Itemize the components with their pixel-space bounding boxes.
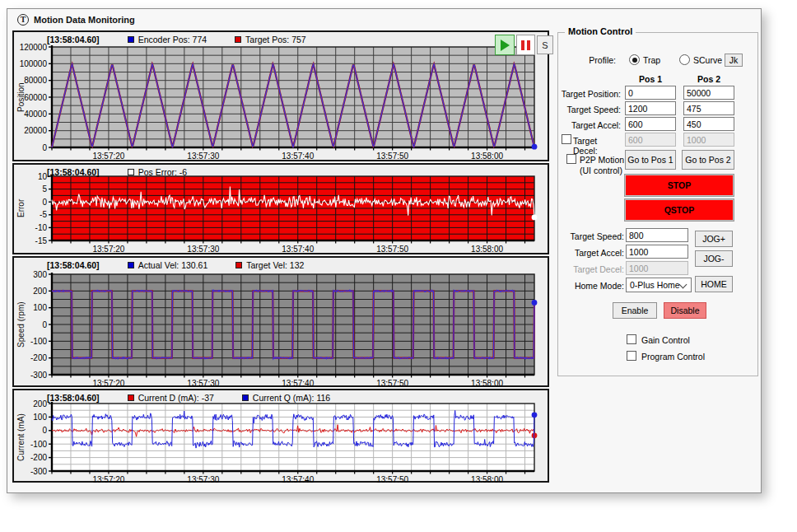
svg-text:200: 200 [33, 399, 47, 408]
svg-text:13:57:40: 13:57:40 [282, 245, 314, 254]
svg-text:13:57:20: 13:57:20 [92, 475, 124, 483]
svg-text:5: 5 [42, 184, 47, 194]
p2p-motion-checkbox[interactable] [566, 154, 576, 164]
svg-text:0: 0 [42, 143, 47, 152]
goto-pos1-button[interactable]: Go to Pos 1 [625, 150, 676, 170]
target-position-pos2-input[interactable] [683, 86, 734, 100]
legend-swatch-icon [235, 36, 241, 43]
legend-item: Target Vel: 132 [235, 260, 304, 270]
app-icon: T [17, 14, 29, 26]
p2p-motion-sublabel: (UI control) [580, 166, 629, 175]
play-button[interactable] [495, 35, 515, 55]
profile-scurve-label: SCurve [693, 55, 722, 65]
position-chart-plot: 12000010000080000600004000020000013:57:2… [14, 32, 548, 161]
error-chart-header: [13:58:04.60] Pos Error: -6 [47, 166, 187, 178]
svg-text:13:57:20: 13:57:20 [92, 379, 124, 387]
svg-text:13:58:00: 13:58:00 [471, 475, 503, 483]
legend-label: Pos Error: -6 [138, 167, 188, 177]
stop-button[interactable]: STOP [625, 175, 734, 196]
speed-chart-plot: 3002001000-100-200-30013:57:2013:57:3013… [14, 258, 548, 387]
svg-text:100000: 100000 [20, 59, 48, 68]
chart-timestamp: [13:58:04.60] [47, 167, 100, 177]
current-chart-panel: [13:58:04.60] Current D (mA): -37Current… [12, 389, 549, 483]
home-mode-value: 0-Plus Home [630, 280, 680, 290]
svg-text:300: 300 [33, 270, 47, 279]
target-decel-checkbox[interactable] [562, 134, 571, 144]
motion-control-title: Motion Control [565, 26, 636, 36]
chevron-down-icon [679, 281, 687, 289]
target-position-label: Target Position: [560, 89, 621, 99]
program-control-label: Program Control [641, 352, 732, 362]
svg-text:60000: 60000 [24, 93, 47, 102]
jog-minus-button[interactable]: JOG- [695, 250, 733, 267]
svg-text:-200: -200 [30, 353, 47, 362]
pause-icon [521, 40, 524, 50]
profile-label: Profile: [563, 55, 616, 65]
legend-label: Target Vel: 132 [246, 260, 304, 270]
program-control-checkbox[interactable] [627, 351, 636, 361]
chart-timestamp: [13:58:04.60] [47, 260, 100, 270]
target-decel-label: Target Decel: [573, 136, 621, 156]
legend-swatch-icon [128, 394, 134, 401]
target-accel-pos1-input[interactable] [625, 117, 676, 131]
enable-button[interactable]: Enable [613, 302, 657, 319]
svg-text:13:58:00: 13:58:00 [471, 245, 503, 254]
pos1-column-header: Pos 1 [625, 74, 676, 84]
pos2-column-header: Pos 2 [683, 74, 734, 84]
svg-text:40000: 40000 [24, 110, 47, 119]
legend-label: Current Q (mA): 116 [253, 393, 330, 403]
jog-accel-input[interactable] [626, 245, 688, 259]
error-chart-plot: 1050-5-10-1513:57:2013:57:3013:57:4013:5… [14, 165, 548, 254]
svg-text:10: 10 [38, 172, 48, 181]
disable-button[interactable]: Disable [664, 302, 706, 319]
svg-text:13:57:30: 13:57:30 [187, 379, 219, 387]
jog-plus-button[interactable]: JOG+ [695, 231, 733, 247]
app-window: T Motion Data Monitoring [13:58:04.60] E… [7, 8, 762, 493]
svg-text:13:58:00: 13:58:00 [471, 152, 503, 161]
qstop-button[interactable]: QSTOP [625, 199, 734, 221]
svg-text:13:57:30: 13:57:30 [187, 245, 219, 254]
target-speed-pos1-input[interactable] [625, 101, 676, 115]
profile-radio-trap[interactable] [629, 54, 640, 65]
jk-button[interactable]: Jk [725, 54, 743, 67]
svg-text:100: 100 [33, 413, 47, 422]
svg-text:-5: -5 [40, 210, 47, 219]
target-decel-pos2-input[interactable] [683, 133, 734, 147]
legend-label: Encoder Pos: 774 [138, 35, 207, 44]
stream-button[interactable]: S [537, 35, 553, 54]
legend-swatch-icon [128, 169, 134, 175]
svg-text:13:57:50: 13:57:50 [376, 475, 408, 483]
goto-pos2-button[interactable]: Go to Pos 2 [682, 150, 734, 170]
legend-item: Actual Vel: 130.61 [128, 260, 208, 270]
svg-text:0: 0 [42, 320, 47, 329]
chart-legend: Pos Error: -6 [128, 167, 188, 177]
home-mode-select[interactable]: 0-Plus Home [626, 278, 692, 292]
pause-button[interactable] [516, 35, 535, 55]
jog-speed-input[interactable] [626, 228, 688, 242]
home-button[interactable]: HOME [695, 276, 733, 292]
target-speed-pos2-input[interactable] [683, 101, 734, 115]
target-decel-pos1-input[interactable] [625, 133, 676, 147]
legend-item: Current D (mA): -37 [128, 393, 214, 403]
gain-control-checkbox[interactable] [627, 334, 636, 344]
position-chart-header: [13:58:04.60] Encoder Pos: 774Target Pos… [47, 34, 306, 45]
svg-text:-200: -200 [30, 453, 47, 462]
target-accel-pos2-input[interactable] [683, 117, 734, 131]
play-icon [501, 40, 510, 51]
target-position-pos1-input[interactable] [625, 86, 676, 100]
home-mode-label: Home Mode: [563, 281, 624, 291]
position-chart-panel: [13:58:04.60] Encoder Pos: 774Target Pos… [12, 30, 549, 161]
speed-chart-panel: [13:58:04.60] Actual Vel: 130.61Target V… [12, 256, 549, 387]
svg-text:-10: -10 [35, 223, 48, 232]
svg-text:-100: -100 [30, 337, 47, 346]
current-chart-plot: 2001000-100-200-30013:57:2013:57:3013:57… [14, 390, 548, 483]
svg-text:13:57:30: 13:57:30 [187, 475, 219, 483]
legend-swatch-icon [235, 262, 242, 268]
motion-control-group: Motion Control Profile: Trap SCurve Jk P… [557, 32, 758, 376]
svg-text:100: 100 [33, 303, 47, 312]
legend-swatch-icon [242, 394, 249, 401]
svg-text:13:57:40: 13:57:40 [282, 379, 314, 387]
profile-radio-scurve[interactable] [679, 54, 690, 65]
svg-text:13:58:00: 13:58:00 [471, 379, 503, 387]
jog-decel-input[interactable] [626, 261, 688, 275]
